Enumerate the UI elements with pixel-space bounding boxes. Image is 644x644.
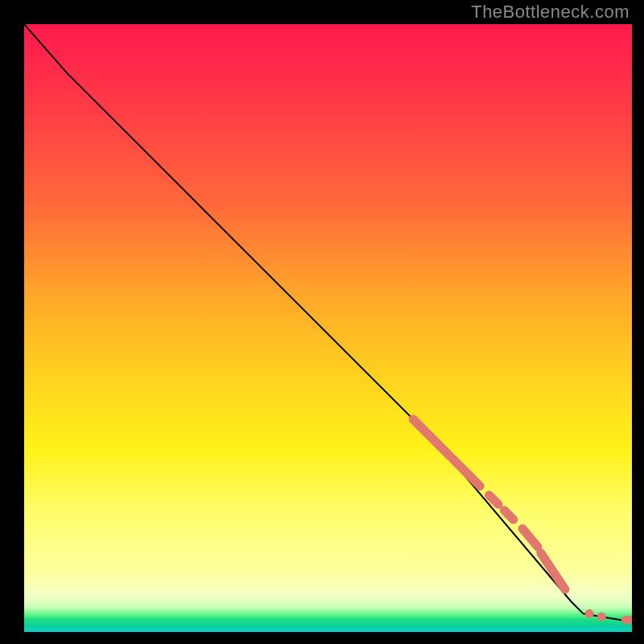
plot-area	[24, 24, 632, 632]
chart-frame: TheBottleneck.com	[0, 0, 644, 644]
main-curve	[24, 24, 632, 620]
curve-layer	[24, 24, 632, 632]
marker-point	[597, 613, 606, 621]
marker-segment	[522, 529, 538, 547]
marker-point	[585, 609, 594, 618]
marker-points	[585, 609, 632, 625]
marker-segment	[413, 419, 449, 456]
attribution-text: TheBottleneck.com	[471, 2, 630, 23]
marker-segment	[504, 510, 513, 519]
marker-segment	[452, 459, 480, 486]
marker-segment	[489, 495, 498, 504]
